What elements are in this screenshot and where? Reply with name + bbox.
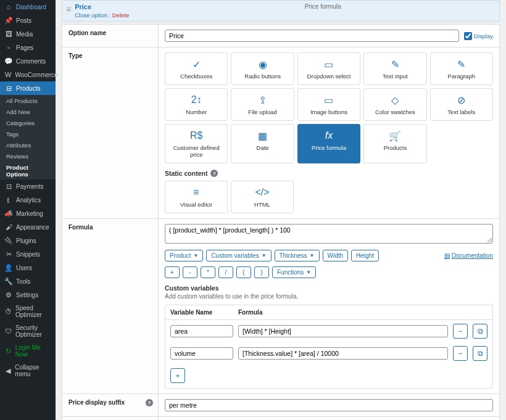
op-open-paren[interactable]: (: [236, 266, 251, 278]
custom-variables-header: Custom variables: [165, 284, 493, 292]
pill-thickness[interactable]: Thickness▼: [275, 250, 320, 261]
sidebar-collapse[interactable]: ◀Collapse menu: [0, 361, 56, 381]
drag-handle-icon[interactable]: ≡: [65, 3, 75, 15]
add-variable-button[interactable]: +: [170, 368, 185, 383]
close-option-link[interactable]: Close option: [75, 12, 107, 19]
products-icon: ⊟: [5, 84, 12, 92]
copy-row-button[interactable]: ⧉: [473, 324, 487, 339]
display-checkbox[interactable]: [464, 32, 472, 40]
op-close-paren[interactable]: ): [254, 266, 269, 278]
type-products[interactable]: 🛒Products: [363, 124, 426, 163]
sidebar-item-pages[interactable]: ▫Pages: [0, 41, 56, 54]
cart-icon: 🛒: [367, 130, 423, 142]
sidebar-item-label: Security Optimizer: [15, 324, 51, 338]
sidebar-item-speed-optimizer[interactable]: ⏱Speed Optimizer: [0, 302, 56, 321]
type-date[interactable]: ▦Date: [231, 124, 294, 163]
op-minus[interactable]: -: [183, 266, 197, 278]
option-name-input[interactable]: [165, 30, 459, 42]
type-dropdown-select[interactable]: ▭Dropdown select: [297, 52, 360, 85]
sidebar-item-marketing[interactable]: 📣Marketing: [0, 207, 56, 220]
chevron-down-icon: ▼: [306, 270, 311, 275]
type-image-buttons[interactable]: ▭Image buttons: [297, 88, 360, 121]
analytics-icon: ⫿: [5, 196, 12, 204]
op-multiply[interactable]: *: [201, 266, 215, 278]
sidebar-item-settings[interactable]: ⚙Settings: [0, 288, 56, 302]
sidebar-item-posts[interactable]: 📌Posts: [0, 14, 56, 27]
remove-row-button[interactable]: −: [453, 346, 468, 361]
help-icon[interactable]: ?: [210, 170, 218, 177]
type-checkboxes[interactable]: ✓Checkboxes: [165, 52, 228, 85]
type-paragraph[interactable]: ✎Paragraph: [430, 52, 493, 85]
pill-functions[interactable]: Functions▼: [272, 266, 316, 278]
custom-variables-desc: Add custom variables to use in the price…: [165, 293, 493, 300]
pin-icon: 📌: [5, 17, 12, 24]
sidebar-sub-categories[interactable]: Categories: [0, 117, 56, 128]
variable-name-input[interactable]: [170, 325, 233, 337]
sidebar-sub-reviews[interactable]: Reviews: [0, 150, 56, 162]
type-file-upload[interactable]: ⇪File upload: [231, 88, 294, 121]
brush-icon: 🖌: [5, 223, 12, 231]
col-variable-name: Variable Name: [170, 309, 238, 316]
copy-row-button[interactable]: ⧉: [473, 346, 487, 361]
sidebar-item-woocommerce[interactable]: WWooCommerce: [0, 68, 56, 81]
book-icon: ▤: [444, 252, 450, 259]
display-checkbox-label[interactable]: Display: [464, 32, 493, 40]
sidebar-sub-all-products[interactable]: All Products: [0, 95, 56, 106]
sidebar-item-tools[interactable]: 🔧Tools: [0, 274, 56, 288]
sidebar-item-security-optimizer[interactable]: 🛡Security Optimizer: [0, 321, 56, 341]
type-text-labels[interactable]: ⊘Text labels: [430, 88, 493, 121]
pill-width[interactable]: Width: [323, 250, 349, 261]
copy-icon: ⧉: [478, 349, 483, 358]
pill-product[interactable]: Product▼: [165, 250, 203, 261]
sidebar-item-snippets[interactable]: ✂Snippets: [0, 247, 56, 261]
sidebar-sub-product-options[interactable]: Product Options: [0, 162, 56, 179]
price-suffix-input[interactable]: [165, 399, 493, 411]
op-plus[interactable]: +: [165, 266, 180, 278]
sidebar-item-analytics[interactable]: ⫿Analytics: [0, 193, 56, 207]
pill-height[interactable]: Height: [351, 250, 379, 261]
sidebar-item-login-me-now[interactable]: ↻Login Me Now: [0, 341, 56, 361]
formula-textarea[interactable]: ( [product_width] * [product_length] ) *…: [165, 224, 493, 244]
calendar-icon: ▦: [234, 130, 291, 142]
sidebar-item-media[interactable]: 🖼Media: [0, 27, 56, 41]
number-icon: 2↕: [168, 94, 225, 106]
sidebar-sub-attributes[interactable]: Attributes: [0, 139, 56, 150]
sidebar-sub-tags[interactable]: Tags: [0, 128, 56, 139]
sidebar-item-dashboard[interactable]: ⌂Dashboard: [0, 0, 56, 14]
sidebar-item-comments[interactable]: 💬Comments: [0, 54, 56, 68]
sidebar-item-label: Collapse menu: [15, 364, 51, 377]
help-icon[interactable]: ?: [146, 399, 153, 406]
sidebar-item-plugins[interactable]: 🔌Plugins: [0, 234, 56, 247]
sidebar-item-label: Snippets: [16, 251, 40, 258]
variable-name-input[interactable]: [170, 347, 233, 360]
type-radio-buttons[interactable]: ◉Radio buttons: [231, 52, 294, 85]
variable-formula-input[interactable]: [238, 347, 448, 360]
type-text-input[interactable]: ✎Text input: [363, 52, 426, 85]
op-divide[interactable]: /: [218, 266, 233, 278]
paragraph-icon: ✎: [433, 58, 490, 70]
fx-icon: fx: [301, 130, 357, 142]
copy-icon: ⧉: [478, 327, 483, 336]
type-visual-editor[interactable]: ≡Visual editor: [165, 181, 228, 213]
type-customer-defined-price[interactable]: R$Customer defined price: [165, 124, 228, 163]
type-number[interactable]: 2↕Number: [165, 88, 228, 121]
sidebar-item-users[interactable]: 👤Users: [0, 261, 56, 274]
sidebar-sub-add-new[interactable]: Add New: [0, 106, 56, 117]
type-color-swatches[interactable]: ◇Color swatches: [363, 88, 426, 121]
documentation-link[interactable]: ▤Documentation: [444, 252, 493, 259]
sidebar-item-payments[interactable]: ⊡Payments: [0, 179, 56, 193]
sidebar-item-appearance[interactable]: 🖌Appearance: [0, 220, 56, 234]
scissors-icon: ✂: [5, 250, 12, 258]
type-price-formula[interactable]: fxPrice formula: [297, 124, 360, 163]
sidebar-item-label: Marketing: [16, 210, 43, 217]
chevron-down-icon: ▼: [262, 253, 267, 258]
pill-custom-variables[interactable]: Custom variables▼: [206, 250, 271, 261]
option-type-subtitle: Price formula: [149, 3, 497, 10]
type-html[interactable]: </>HTML: [231, 181, 294, 213]
sidebar-item-products[interactable]: ⊟Products: [0, 81, 56, 95]
remove-row-button[interactable]: −: [453, 324, 468, 339]
section-label-price-suffix: Price display suffix?: [62, 394, 159, 416]
variable-formula-input[interactable]: [238, 325, 448, 337]
delete-option-link[interactable]: Delete: [112, 12, 129, 19]
sidebar-item-label: Dashboard: [16, 4, 46, 10]
